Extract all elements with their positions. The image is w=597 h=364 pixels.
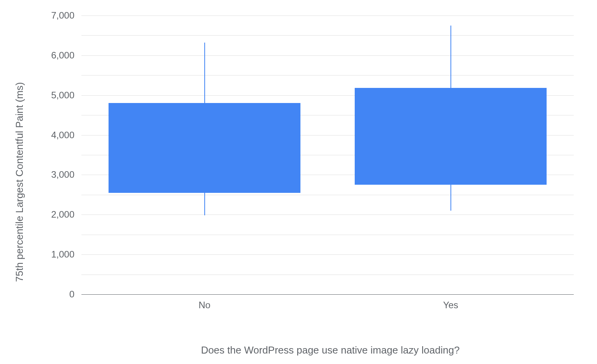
grid-line-minor: [81, 275, 574, 275]
y-tick-label: 7,000: [51, 10, 74, 21]
grid-line-minor: [81, 195, 574, 195]
grid-line-minor: [81, 35, 574, 36]
y-axis-label: 75th percentile Largest Contentful Paint…: [14, 82, 26, 282]
whisker-low: [450, 185, 451, 211]
y-tick-label: 6,000: [51, 50, 74, 61]
whisker-low: [204, 193, 205, 216]
y-tick-label: 0: [69, 289, 74, 300]
chart-container: 75th percentile Largest Contentful Paint…: [23, 12, 581, 352]
plot-area: 01,0002,0003,0004,0005,0006,0007,000NoYe…: [81, 15, 574, 294]
y-tick-label: 2,000: [51, 209, 74, 220]
x-tick-label: Yes: [443, 300, 458, 311]
grid-line-minor: [81, 75, 574, 76]
x-tick-label: No: [198, 300, 211, 311]
grid-line: [81, 55, 574, 56]
y-tick-label: 3,000: [51, 169, 74, 180]
grid-line: [81, 254, 574, 255]
grid-line-minor: [81, 235, 574, 235]
whisker-high: [450, 26, 451, 88]
y-tick-label: 1,000: [51, 249, 74, 260]
whisker-high: [204, 43, 205, 103]
x-axis-line: [81, 294, 574, 295]
y-tick-label: 4,000: [51, 130, 74, 141]
grid-line: [81, 215, 574, 215]
grid-line: [81, 15, 574, 16]
box-yes: [355, 88, 547, 185]
box-no: [109, 103, 300, 192]
y-tick-label: 5,000: [51, 90, 74, 101]
x-axis-label: Does the WordPress page use native image…: [201, 344, 459, 356]
